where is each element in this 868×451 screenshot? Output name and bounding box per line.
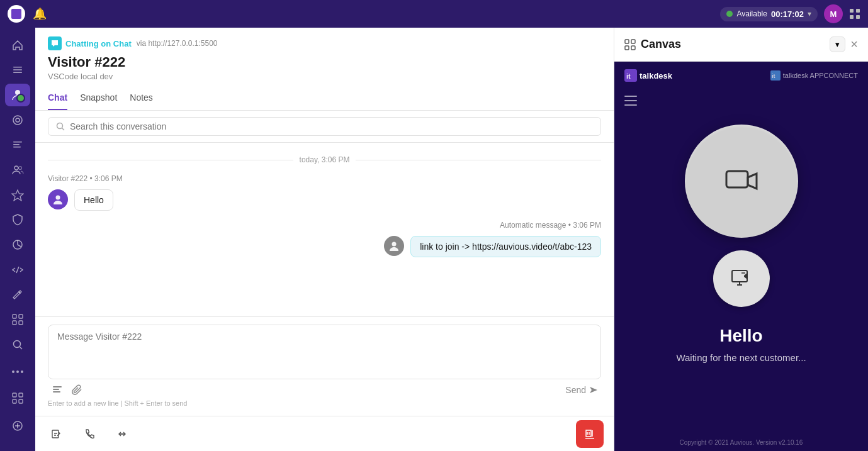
topbar: 🔔 Available 00:17:02 ▾ M bbox=[0, 0, 868, 28]
sidebar-item-agent[interactable] bbox=[5, 84, 30, 106]
end-chat-button[interactable] bbox=[576, 420, 604, 448]
svg-rect-22 bbox=[13, 321, 16, 325]
sidebar-item-people[interactable] bbox=[5, 159, 30, 181]
bell-icon[interactable]: 🔔 bbox=[33, 7, 47, 21]
sidebar-item-more[interactable] bbox=[5, 360, 30, 383]
tab-chat[interactable]: Chat bbox=[48, 87, 67, 110]
canvas-close-button[interactable]: × bbox=[850, 37, 858, 52]
sidebar-item-shortcuts[interactable] bbox=[5, 184, 30, 206]
search-input[interactable] bbox=[70, 121, 593, 131]
chevron-down-icon: ▾ bbox=[808, 9, 811, 18]
svg-rect-23 bbox=[19, 321, 23, 325]
send-button[interactable]: Send bbox=[565, 385, 599, 395]
sidebar-item-reports[interactable] bbox=[5, 134, 30, 157]
talkdesk-logo: it talkdesk bbox=[624, 69, 672, 82]
canvas-dropdown[interactable]: ▾ bbox=[830, 36, 845, 52]
svg-point-36 bbox=[57, 123, 63, 129]
bottom-toolbar-left bbox=[45, 423, 133, 445]
sidebar-item-home[interactable] bbox=[5, 34, 30, 57]
app-logo[interactable] bbox=[8, 5, 25, 23]
sidebar-item-code[interactable] bbox=[5, 259, 30, 281]
svg-rect-2 bbox=[850, 15, 854, 19]
chat-header: Chatting on Chat via http://127.0.0.1:55… bbox=[35, 28, 614, 111]
bottom-toolbar bbox=[35, 416, 614, 451]
svg-rect-49 bbox=[625, 46, 629, 50]
auto-message-row: link to join -> https://auvious.video/t/… bbox=[48, 236, 601, 257]
svg-rect-12 bbox=[13, 147, 21, 148]
auto-avatar bbox=[384, 236, 404, 256]
svg-point-8 bbox=[13, 116, 22, 125]
timestamp-divider: today, 3:06 PM bbox=[48, 155, 601, 164]
canvas-grid-icon bbox=[624, 39, 636, 50]
appconnect-logo: it talkdesk APPCONNECT bbox=[770, 70, 858, 81]
visitor-message-group: Visitor #222 • 3:06 PM Hello bbox=[48, 174, 601, 211]
svg-line-18 bbox=[18, 245, 21, 247]
input-actions: Send bbox=[48, 383, 601, 397]
sidebar-item-edit[interactable] bbox=[5, 283, 30, 306]
canvas-hello: Hello bbox=[719, 326, 762, 346]
topbar-left: 🔔 bbox=[8, 5, 47, 23]
message-input-container bbox=[48, 325, 601, 379]
logo-inner bbox=[11, 9, 21, 19]
svg-point-39 bbox=[392, 242, 397, 247]
search-bar bbox=[48, 117, 601, 136]
user-avatar[interactable]: M bbox=[824, 4, 843, 23]
sidebar-item-dashboard[interactable] bbox=[5, 308, 30, 331]
svg-line-37 bbox=[62, 128, 65, 131]
hint-text: Enter to add a new line | Shift + Enter … bbox=[48, 397, 601, 411]
chat-header-top: Chatting on Chat via http://127.0.0.1:55… bbox=[48, 36, 601, 50]
status-time: 00:17:02 bbox=[771, 9, 804, 19]
status-dot bbox=[726, 11, 733, 17]
send-label: Send bbox=[565, 385, 586, 395]
svg-rect-41 bbox=[53, 389, 59, 390]
svg-text:it: it bbox=[626, 72, 631, 80]
svg-rect-21 bbox=[19, 315, 23, 318]
svg-point-13 bbox=[14, 166, 18, 170]
transfer-button[interactable] bbox=[111, 423, 133, 445]
svg-rect-50 bbox=[631, 46, 635, 50]
sidebar-item-contacts[interactable] bbox=[5, 109, 30, 131]
svg-rect-1 bbox=[856, 9, 860, 13]
svg-rect-57 bbox=[624, 104, 637, 106]
canvas-dropdown-label: ▾ bbox=[835, 40, 840, 49]
visitor-sender: Visitor #222 bbox=[48, 174, 87, 183]
svg-point-26 bbox=[12, 370, 14, 373]
svg-point-27 bbox=[16, 370, 19, 373]
svg-rect-20 bbox=[13, 315, 16, 318]
resolve-button[interactable] bbox=[45, 423, 68, 445]
hamburger-icon[interactable] bbox=[614, 96, 637, 106]
canvas-brand: it talkdesk it talkdesk APPCONNECT bbox=[614, 62, 868, 89]
canned-responses-button[interactable] bbox=[50, 383, 64, 397]
visitor-avatar bbox=[48, 189, 68, 209]
canvas-screen-circle[interactable] bbox=[713, 250, 770, 307]
auto-message-meta: Automatic message • 3:06 PM bbox=[48, 221, 601, 230]
attachment-button[interactable] bbox=[70, 383, 84, 397]
grid-icon[interactable] bbox=[849, 8, 860, 19]
tab-notes[interactable]: Notes bbox=[130, 87, 153, 110]
tab-snapshot[interactable]: Snapshot bbox=[80, 87, 117, 110]
svg-rect-5 bbox=[13, 70, 22, 71]
sidebar-item-analytics[interactable] bbox=[5, 233, 30, 256]
via-text: via http://127.0.0.1:5500 bbox=[137, 39, 218, 48]
sidebar-item-menu[interactable] bbox=[5, 59, 30, 82]
appconnect-label: talkdesk APPCONNECT bbox=[783, 72, 858, 79]
sidebar-item-add[interactable] bbox=[5, 413, 30, 438]
timestamp-text: today, 3:06 PM bbox=[300, 155, 350, 164]
sidebar-item-search[interactable] bbox=[5, 333, 30, 356]
svg-rect-29 bbox=[13, 393, 16, 397]
message-textarea[interactable] bbox=[57, 331, 592, 352]
main-layout: Chatting on Chat via http://127.0.0.1:55… bbox=[0, 28, 868, 451]
svg-rect-43 bbox=[52, 430, 59, 438]
svg-rect-6 bbox=[13, 72, 22, 74]
canvas-panel: Canvas ▾ × it talkdesk bbox=[614, 28, 868, 451]
svg-rect-42 bbox=[53, 391, 60, 393]
status-badge[interactable]: Available 00:17:02 ▾ bbox=[720, 7, 818, 21]
sidebar-item-apps[interactable] bbox=[5, 386, 30, 411]
visitor-sub: VSCode local dev bbox=[48, 72, 601, 81]
canvas-video-circle[interactable] bbox=[685, 125, 798, 238]
phone-button[interactable] bbox=[78, 423, 101, 445]
svg-line-25 bbox=[20, 347, 23, 349]
sidebar-item-shield[interactable] bbox=[5, 208, 30, 231]
agent-avatar bbox=[10, 87, 25, 103]
svg-rect-56 bbox=[624, 100, 637, 101]
